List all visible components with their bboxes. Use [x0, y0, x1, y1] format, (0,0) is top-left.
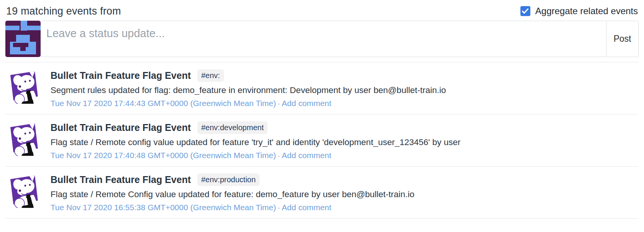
- aggregate-toggle-group[interactable]: Aggregate related events: [520, 6, 638, 16]
- status-update-field-wrap: [41, 21, 607, 57]
- event-title: Bullet Train Feature Flag Event: [51, 122, 191, 133]
- event-content: Bullet Train Feature Flag Event #env:pro…: [51, 173, 414, 212]
- meta-separator: ·: [276, 203, 282, 212]
- events-list: Bullet Train Feature Flag Event #env: Se…: [5, 62, 639, 218]
- event-meta: Tue Nov 17 2020 17:40:48 GMT+0000 (Green…: [51, 151, 461, 160]
- aggregate-checkbox[interactable]: [520, 6, 530, 16]
- checkmark-icon: [522, 8, 528, 14]
- event-content: Bullet Train Feature Flag Event #env: Se…: [51, 69, 446, 108]
- page-title: 19 matching events from: [6, 5, 121, 17]
- event-timestamp-link[interactable]: Tue Nov 17 2020 17:44:43 GMT+0000 (Green…: [51, 99, 276, 108]
- status-composer: Post: [5, 21, 639, 57]
- event-meta: Tue Nov 17 2020 17:44:43 GMT+0000 (Green…: [51, 99, 446, 108]
- event-description: Segment rules updated for flag: demo_fea…: [51, 85, 446, 95]
- event-meta: Tue Nov 17 2020 16:55:38 GMT+0000 (Green…: [51, 203, 414, 212]
- event-stream-page: 19 matching events from Aggregate relate…: [0, 0, 644, 232]
- add-comment-link[interactable]: Add comment: [282, 151, 331, 160]
- bottom-divider: [5, 218, 639, 219]
- event-description: Flag state / Remote Config value updated…: [51, 190, 414, 199]
- status-update-input[interactable]: [41, 21, 606, 57]
- event-row: Bullet Train Feature Flag Event #env:dev…: [5, 114, 639, 166]
- event-env-tag[interactable]: #env:: [197, 69, 224, 82]
- add-comment-link[interactable]: Add comment: [282, 99, 331, 108]
- event-env-tag[interactable]: #env:development: [197, 121, 267, 134]
- user-avatar: [5, 21, 41, 57]
- event-title: Bullet Train Feature Flag Event: [51, 70, 191, 81]
- event-row: Bullet Train Feature Flag Event #env:pro…: [5, 166, 639, 218]
- event-title-row: Bullet Train Feature Flag Event #env:pro…: [51, 173, 414, 186]
- header: 19 matching events from Aggregate relate…: [0, 0, 644, 18]
- datadog-dog-icon: [5, 69, 41, 104]
- datadog-dog-icon: [5, 121, 41, 156]
- aggregate-label[interactable]: Aggregate related events: [535, 6, 638, 16]
- event-row: Bullet Train Feature Flag Event #env: Se…: [5, 62, 639, 114]
- meta-separator: ·: [276, 151, 282, 160]
- event-title-row: Bullet Train Feature Flag Event #env:dev…: [51, 121, 461, 134]
- event-description: Flag state / Remote config value updated…: [51, 137, 461, 147]
- event-timestamp-link[interactable]: Tue Nov 17 2020 17:40:48 GMT+0000 (Green…: [51, 151, 276, 160]
- pixel-identicon-icon: [5, 21, 41, 57]
- event-env-tag[interactable]: #env:production: [197, 173, 259, 186]
- event-title-row: Bullet Train Feature Flag Event #env:: [51, 69, 446, 82]
- event-content: Bullet Train Feature Flag Event #env:dev…: [51, 121, 461, 160]
- event-timestamp-link[interactable]: Tue Nov 17 2020 16:55:38 GMT+0000 (Green…: [51, 203, 276, 212]
- add-comment-link[interactable]: Add comment: [282, 203, 331, 212]
- datadog-dog-icon: [5, 173, 41, 208]
- event-title: Bullet Train Feature Flag Event: [51, 174, 191, 185]
- meta-separator: ·: [276, 99, 282, 108]
- post-button[interactable]: Post: [606, 21, 639, 57]
